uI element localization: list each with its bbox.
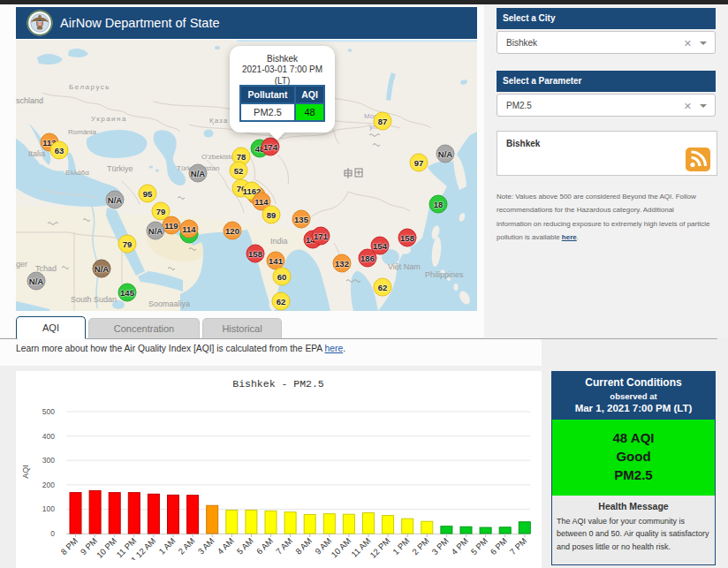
svg-text:7 PM: 7 PM xyxy=(508,536,529,557)
svg-text:8 AM: 8 AM xyxy=(293,536,314,557)
svg-text:AQI: AQI xyxy=(21,465,30,479)
svg-text:200: 200 xyxy=(42,481,55,489)
svg-text:Türkiye: Türkiye xyxy=(107,164,133,173)
svg-text:0: 0 xyxy=(50,529,55,538)
svg-text:Italia: Italia xyxy=(28,149,45,158)
svg-text:4 PM: 4 PM xyxy=(449,536,470,557)
svg-text:South Sudan: South Sudan xyxy=(71,295,117,304)
svg-text:Ελλάδα: Ελλάδα xyxy=(65,169,89,177)
svg-text:Bishkek - PM2.5: Bishkek - PM2.5 xyxy=(232,378,324,390)
svg-text:10 AM: 10 AM xyxy=(329,536,353,560)
svg-text:3 PM: 3 PM xyxy=(429,536,451,557)
svg-text:3 AM: 3 AM xyxy=(196,536,216,557)
svg-text:Беларусь: Беларусь xyxy=(69,83,110,91)
svg-text:schland: schland xyxy=(16,96,43,105)
svg-text:5 PM: 5 PM xyxy=(469,536,490,557)
svg-text:Қаза: Қаза xyxy=(209,117,228,125)
svg-text:India: India xyxy=(270,237,288,246)
svg-text:100: 100 xyxy=(42,504,55,513)
svg-text:400: 400 xyxy=(42,432,55,441)
svg-text:300: 300 xyxy=(42,456,55,465)
svg-text:6 AM: 6 AM xyxy=(254,536,275,557)
svg-text:11 AM: 11 AM xyxy=(349,536,372,559)
svg-text:1 PM: 1 PM xyxy=(391,536,412,557)
svg-text:Soomaaliya: Soomaaliya xyxy=(148,299,190,308)
svg-text:2 PM: 2 PM xyxy=(410,536,431,557)
svg-text:Việt Nam: Việt Nam xyxy=(388,262,421,271)
svg-text:2 AM: 2 AM xyxy=(176,536,196,557)
svg-text:6 PM: 6 PM xyxy=(489,536,510,557)
svg-text:500: 500 xyxy=(42,407,55,416)
svg-text:4 AM: 4 AM xyxy=(216,536,236,557)
svg-text:1 AM: 1 AM xyxy=(156,536,177,557)
svg-text:7 AM: 7 AM xyxy=(274,536,294,557)
svg-text:Philippines: Philippines xyxy=(425,270,464,279)
svg-text:8 PM: 8 PM xyxy=(58,536,80,557)
svg-text:5 AM: 5 AM xyxy=(235,536,255,557)
svg-text:O'zbekisto: O'zbekisto xyxy=(201,153,235,161)
svg-text:12 PM: 12 PM xyxy=(368,536,391,560)
svg-text:Украина: Украина xyxy=(91,115,127,123)
svg-text:ger: ger xyxy=(16,260,27,269)
svg-text:România: România xyxy=(68,128,97,136)
svg-text:10 PM: 10 PM xyxy=(95,536,118,560)
